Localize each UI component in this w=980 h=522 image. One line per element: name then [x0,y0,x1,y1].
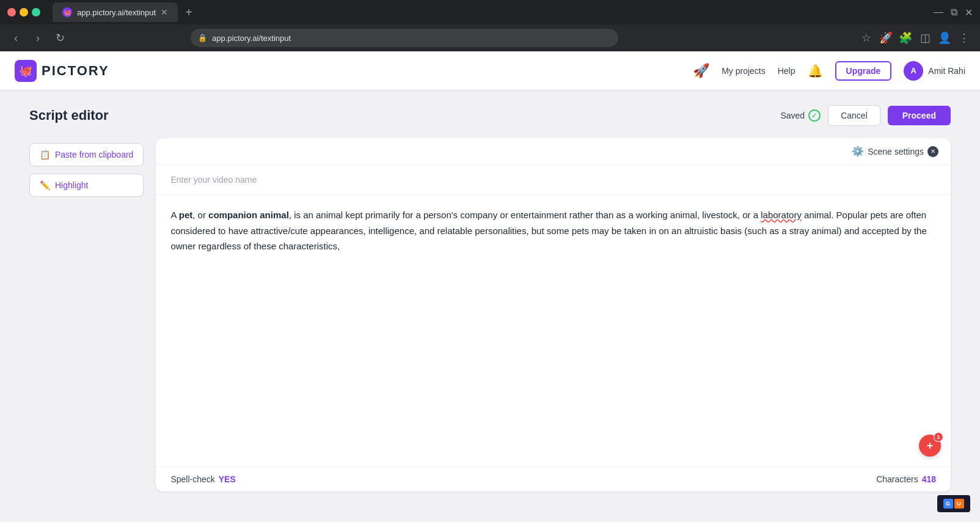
sidebar-toggle-icon[interactable]: ◫ [916,29,934,46]
floating-action-button[interactable]: + 1 [919,435,941,457]
main-content: Script editor Saved ✓ Cancel Proceed 📋 P… [0,90,980,522]
g-block-2: U [954,499,964,509]
script-panel: ⚙️ Scene settings ✕ A pet, or companion … [156,138,951,491]
saved-label: Saved [780,111,805,120]
fab-badge: 1 [934,432,943,442]
script-footer: Spell-check YES Characters 418 [156,466,951,491]
my-projects-link[interactable]: My projects [722,66,766,76]
tab-title: app.pictory.ai/textinput [77,8,156,17]
paste-label: Paste from clipboard [55,150,133,160]
script-body: A pet, or companion animal, is an animal… [156,195,951,466]
logo[interactable]: 🐙 PICTORY [15,60,109,82]
saved-status: Saved ✓ [780,109,821,122]
gadgets-to-use-badge: G U [937,495,970,512]
user-name: Amit Rahi [928,66,965,76]
scene-settings-bar: ⚙️ Scene settings ✕ [156,138,951,165]
page-title: Script editor [29,108,109,123]
tab-close-icon[interactable]: ✕ [161,7,168,17]
editor-header: Script editor Saved ✓ Cancel Proceed [29,105,951,126]
editor-area: 📋 Paste from clipboard ✏️ Highlight ⚙️ S… [29,138,951,491]
video-name-input[interactable] [156,165,951,195]
browser-maximize-btn[interactable] [32,8,40,17]
logo-text: PICTORY [42,63,109,79]
user-info: A Amit Rahi [904,61,965,81]
proceed-button[interactable]: Proceed [888,106,951,125]
scene-settings-close-icon: ✕ [927,146,938,157]
profile-icon[interactable]: 👤 [936,29,953,46]
logo-icon: 🐙 [15,60,37,82]
window-minimize-icon[interactable]: — [934,7,943,18]
lock-icon: 🔒 [198,34,207,42]
cancel-button[interactable]: Cancel [828,105,880,126]
spell-check-value: YES [219,474,236,484]
spell-check: Spell-check YES [170,474,235,484]
browser-tab-bar: 🐙 app.pictory.ai/textinput ✕ + [53,2,929,22]
browser-active-tab[interactable]: 🐙 app.pictory.ai/textinput ✕ [53,2,178,22]
script-content[interactable]: A pet, or companion animal, is an animal… [170,207,936,254]
scene-settings-button[interactable]: ⚙️ Scene settings ✕ [852,145,938,157]
sidebar-tools: 📋 Paste from clipboard ✏️ Highlight [29,138,144,491]
top-navigation: 🐙 PICTORY 🚀 My projects Help 🔔 Upgrade A… [0,51,980,90]
gadgets-logo: G U [943,499,964,509]
menu-icon[interactable]: ⋮ [956,29,973,46]
clipboard-icon: 📋 [40,150,50,160]
paste-from-clipboard-button[interactable]: 📋 Paste from clipboard [29,143,144,166]
g-block-1: G [943,499,953,509]
help-link[interactable]: Help [778,66,795,76]
window-restore-icon[interactable]: ⧉ [951,7,957,18]
plus-icon: + [927,439,934,452]
new-tab-button[interactable]: + [185,6,192,20]
address-bar-row: ‹ › ↻ 🔒 app.pictory.ai/textinput ☆ 🚀 🧩 ◫… [0,24,980,51]
character-count: Characters 418 [876,474,936,484]
gear-icon: ⚙️ [852,145,864,157]
header-actions: Saved ✓ Cancel Proceed [780,105,951,126]
window-controls: — ⧉ ✕ [934,7,973,18]
user-avatar[interactable]: A [904,61,923,81]
highlight-button[interactable]: ✏️ Highlight [29,174,144,197]
rocket-icon[interactable]: 🚀 [693,63,709,79]
nav-right: 🚀 My projects Help 🔔 Upgrade A Amit Rahi [693,61,965,81]
forward-button[interactable]: › [29,29,46,46]
back-button[interactable]: ‹ [7,29,24,46]
bookmarks-icon[interactable]: ☆ [858,29,875,46]
address-bar-actions: ☆ 🚀 🧩 ◫ 👤 ⋮ [858,29,973,46]
saved-check-icon: ✓ [808,109,821,122]
address-text: app.pictory.ai/textinput [212,34,291,43]
highlight-label: Highlight [55,180,88,190]
window-close-icon[interactable]: ✕ [965,7,973,18]
highlight-icon: ✏️ [40,180,50,190]
app: 🐙 PICTORY 🚀 My projects Help 🔔 Upgrade A… [0,51,980,522]
fab-badge-number: 1 [934,433,943,441]
spell-check-label: Spell-check [170,474,214,484]
address-bar[interactable]: 🔒 app.pictory.ai/textinput [191,29,618,47]
browser-window-controls [7,8,40,17]
scene-settings-label: Scene settings [868,147,924,156]
characters-label: Characters [876,474,918,484]
upgrade-button[interactable]: Upgrade [835,61,892,81]
browser-minimize-btn[interactable] [20,8,28,17]
extensions-icon[interactable]: 🧩 [897,29,914,46]
reload-button[interactable]: ↻ [51,29,68,46]
browser-close-btn[interactable] [7,8,16,17]
tab-favicon-icon: 🐙 [62,7,72,17]
browser-chrome: 🐙 app.pictory.ai/textinput ✕ + — ⧉ ✕ [0,0,980,24]
characters-value: 418 [922,474,936,484]
bell-icon[interactable]: 🔔 [808,64,823,78]
pictory-extension-icon[interactable]: 🚀 [877,29,894,46]
